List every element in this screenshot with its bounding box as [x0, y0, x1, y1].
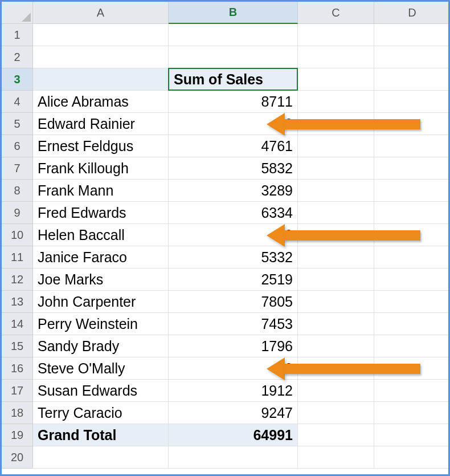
cell-D8[interactable]: [374, 180, 450, 202]
cell-A4[interactable]: Alice Abramas: [33, 91, 169, 113]
cell-A20[interactable]: [33, 446, 169, 469]
cell-B9[interactable]: 6334: [169, 202, 298, 224]
cell-A15[interactable]: Sandy Brady: [33, 335, 169, 357]
cell-D12[interactable]: [374, 268, 450, 291]
cell-B1[interactable]: [169, 24, 298, 46]
row-header-4[interactable]: 4: [2, 91, 33, 113]
col-header-C[interactable]: C: [298, 2, 374, 24]
cell-D11[interactable]: [374, 246, 450, 268]
cell-D19[interactable]: [374, 424, 450, 446]
col-header-A[interactable]: A: [33, 2, 169, 24]
row-header-16[interactable]: 16: [2, 357, 33, 380]
cell-D10[interactable]: [374, 224, 450, 246]
cell-A3[interactable]: [33, 68, 169, 91]
cell-B7[interactable]: 5832: [169, 157, 298, 180]
cell-C9[interactable]: [298, 202, 374, 224]
cell-B18[interactable]: 9247: [169, 402, 298, 424]
cell-C8[interactable]: [298, 180, 374, 202]
cell-C20[interactable]: [298, 446, 374, 469]
cell-A9[interactable]: Fred Edwards: [33, 202, 169, 224]
row-header-13[interactable]: 13: [2, 291, 33, 313]
cell-B17[interactable]: 1912: [169, 380, 298, 402]
cell-D2[interactable]: [374, 46, 450, 68]
cell-B10[interactable]: 0: [169, 224, 298, 246]
row-header-3[interactable]: 3: [2, 68, 33, 91]
cell-D17[interactable]: [374, 380, 450, 402]
cell-D13[interactable]: [374, 291, 450, 313]
cell-C18[interactable]: [298, 402, 374, 424]
cell-B15[interactable]: 1796: [169, 335, 298, 357]
cell-C10[interactable]: [298, 224, 374, 246]
cell-D20[interactable]: [374, 446, 450, 469]
cell-A1[interactable]: [33, 24, 169, 46]
cell-B14[interactable]: 7453: [169, 313, 298, 335]
cell-D1[interactable]: [374, 24, 450, 46]
row-header-19[interactable]: 19: [2, 424, 33, 446]
cell-B4[interactable]: 8711: [169, 91, 298, 113]
cell-C5[interactable]: [298, 113, 374, 135]
cell-A13[interactable]: John Carpenter: [33, 291, 169, 313]
col-header-B[interactable]: B: [169, 2, 298, 24]
row-header-17[interactable]: 17: [2, 380, 33, 402]
cell-C4[interactable]: [298, 91, 374, 113]
cell-C15[interactable]: [298, 335, 374, 357]
row-header-1[interactable]: 1: [2, 24, 33, 46]
cell-B8[interactable]: 3289: [169, 180, 298, 202]
cell-D14[interactable]: [374, 313, 450, 335]
row-header-9[interactable]: 9: [2, 202, 33, 224]
cell-B5[interactable]: 0: [169, 113, 298, 135]
cell-B13[interactable]: 7805: [169, 291, 298, 313]
cell-C2[interactable]: [298, 46, 374, 68]
cell-C12[interactable]: [298, 268, 374, 291]
row-header-15[interactable]: 15: [2, 335, 33, 357]
cell-A11[interactable]: Janice Faraco: [33, 246, 169, 268]
cell-A12[interactable]: Joe Marks: [33, 268, 169, 291]
cell-B16[interactable]: 0: [169, 357, 298, 380]
cell-C1[interactable]: [298, 24, 374, 46]
row-header-10[interactable]: 10: [2, 224, 33, 246]
cell-A10[interactable]: Helen Baccall: [33, 224, 169, 246]
cell-C6[interactable]: [298, 135, 374, 157]
cell-B12[interactable]: 2519: [169, 268, 298, 291]
cell-A5[interactable]: Edward Rainier: [33, 113, 169, 135]
cell-B11[interactable]: 5332: [169, 246, 298, 268]
cell-C13[interactable]: [298, 291, 374, 313]
row-header-7[interactable]: 7: [2, 157, 33, 180]
cell-D5[interactable]: [374, 113, 450, 135]
cell-C7[interactable]: [298, 157, 374, 180]
row-header-12[interactable]: 12: [2, 268, 33, 291]
row-header-2[interactable]: 2: [2, 46, 33, 68]
row-header-11[interactable]: 11: [2, 246, 33, 268]
select-all-corner[interactable]: [2, 2, 33, 24]
cell-A2[interactable]: [33, 46, 169, 68]
cell-A8[interactable]: Frank Mann: [33, 180, 169, 202]
cell-C11[interactable]: [298, 246, 374, 268]
cell-D15[interactable]: [374, 335, 450, 357]
cell-B6[interactable]: 4761: [169, 135, 298, 157]
row-header-8[interactable]: 8: [2, 180, 33, 202]
cell-A7[interactable]: Frank Killough: [33, 157, 169, 180]
cell-D9[interactable]: [374, 202, 450, 224]
cell-D4[interactable]: [374, 91, 450, 113]
row-header-14[interactable]: 14: [2, 313, 33, 335]
col-header-D[interactable]: D: [374, 2, 450, 24]
cell-A16[interactable]: Steve O'Mally: [33, 357, 169, 380]
cell-A18[interactable]: Terry Caracio: [33, 402, 169, 424]
cell-A14[interactable]: Perry Weinstein: [33, 313, 169, 335]
row-header-18[interactable]: 18: [2, 402, 33, 424]
cell-A19[interactable]: Grand Total: [33, 424, 169, 446]
cell-C19[interactable]: [298, 424, 374, 446]
cell-D6[interactable]: [374, 135, 450, 157]
cell-D18[interactable]: [374, 402, 450, 424]
cell-C3[interactable]: [298, 68, 374, 91]
cell-D3[interactable]: [374, 68, 450, 91]
cell-B2[interactable]: [169, 46, 298, 68]
cell-C14[interactable]: [298, 313, 374, 335]
cell-B19[interactable]: 64991: [169, 424, 298, 446]
cell-A6[interactable]: Ernest Feldgus: [33, 135, 169, 157]
cell-C17[interactable]: [298, 380, 374, 402]
cell-B3[interactable]: Sum of Sales: [168, 68, 298, 91]
cell-D16[interactable]: [374, 357, 450, 380]
row-header-20[interactable]: 20: [2, 446, 33, 469]
cell-A17[interactable]: Susan Edwards: [33, 380, 169, 402]
